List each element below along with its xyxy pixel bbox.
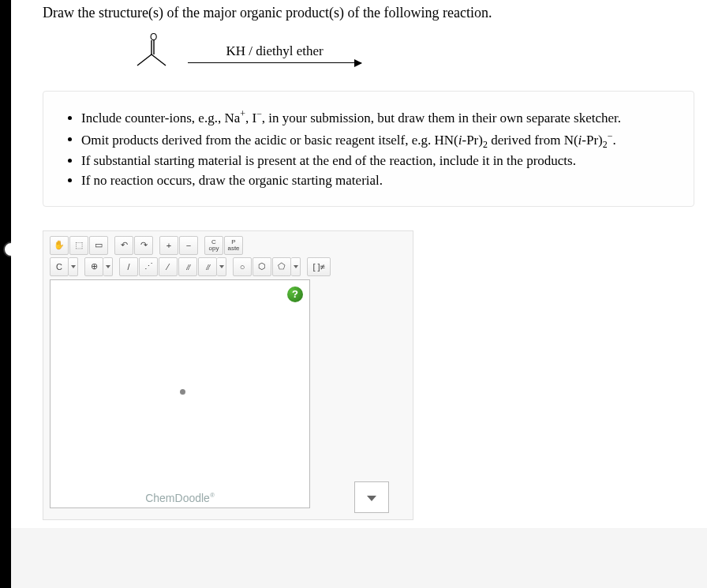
instruction-item: If substantial starting material is pres…	[81, 152, 675, 170]
bracket-tool[interactable]: [ ]≠	[307, 257, 331, 276]
redo-tool[interactable]: ↷	[134, 236, 153, 255]
lasso-tool[interactable]: ⬚	[69, 236, 88, 255]
question-prompt: Draw the structure(s) of the major organ…	[43, 5, 694, 21]
question-content: Draw the structure(s) of the major organ…	[11, 0, 707, 528]
double-bond-tool[interactable]: ⁄	[159, 257, 178, 276]
zoom-in-tool[interactable]: +	[159, 236, 178, 255]
paste-tool[interactable]: Paste	[224, 236, 243, 255]
reaction-scheme: O KH / diethyl ether	[129, 32, 694, 73]
svg-text:O: O	[150, 32, 157, 43]
triple-bond-tool[interactable]: ⫽	[178, 257, 197, 276]
element-dropdown[interactable]	[69, 257, 78, 276]
chemdoodle-sketcher: ✋ ⬚ ▭ ↶ ↷ + − Copy Paste C ⊕ / ⋰ ⁄ ⫽ ⫽	[43, 230, 413, 520]
sketcher-expand-dropdown[interactable]	[354, 481, 389, 513]
zoom-out-tool[interactable]: −	[179, 236, 198, 255]
single-bond-tool[interactable]: /	[119, 257, 138, 276]
drawing-canvas[interactable]: ? ChemDoodle®	[50, 279, 310, 508]
dotted-bond-tool[interactable]: ⋰	[139, 257, 158, 276]
toolbar-row-2: C ⊕ / ⋰ ⁄ ⫽ ⫽ ○ ⬡ ⬠ [ ]≠	[50, 257, 406, 276]
instruction-item: Include counter-ions, e.g., Na+, I−, in …	[81, 107, 675, 128]
cyclohexane-tool[interactable]: ○	[233, 257, 252, 276]
acetone-structure: O	[129, 32, 174, 73]
eraser-tool[interactable]: ▭	[89, 236, 108, 255]
toolbar-row-1: ✋ ⬚ ▭ ↶ ↷ + − Copy Paste	[50, 236, 406, 255]
svg-line-3	[137, 54, 152, 66]
ring-dropdown[interactable]	[291, 257, 301, 276]
wedge-bond-tool[interactable]: ⫽	[198, 257, 217, 276]
undo-tool[interactable]: ↶	[114, 236, 133, 255]
instruction-item: Omit products derived from the acidic or…	[81, 129, 675, 151]
copy-tool[interactable]: Copy	[204, 236, 223, 255]
reagent-label: KH / diethyl ether	[226, 43, 323, 59]
canvas-start-atom[interactable]	[180, 389, 185, 395]
charge-tool[interactable]: ⊕	[84, 257, 103, 276]
reaction-arrow	[188, 62, 361, 63]
instruction-item: If no reaction occurs, draw the organic …	[81, 172, 675, 190]
instructions-box: Include counter-ions, e.g., Na+, I−, in …	[43, 91, 694, 207]
hand-tool[interactable]: ✋	[50, 236, 69, 255]
svg-line-4	[152, 54, 166, 66]
benzene-tool[interactable]: ⬡	[252, 257, 271, 276]
cyclopentane-tool[interactable]: ⬠	[272, 257, 291, 276]
charge-dropdown[interactable]	[103, 257, 113, 276]
bond-dropdown[interactable]	[217, 257, 226, 276]
element-tool[interactable]: C	[50, 257, 69, 276]
chemdoodle-brand: ChemDoodle®	[145, 492, 215, 504]
help-icon[interactable]: ?	[287, 287, 303, 302]
